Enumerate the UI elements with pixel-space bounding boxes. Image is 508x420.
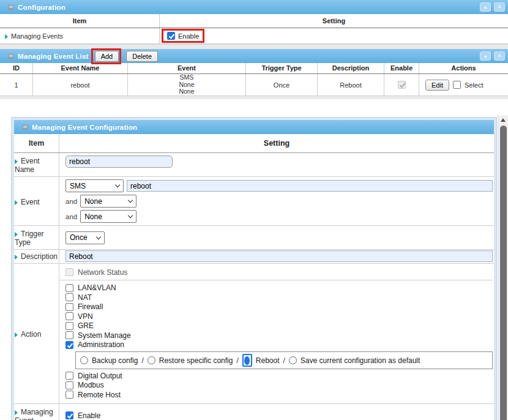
collapse-button[interactable]: ▴ xyxy=(480,2,491,12)
column-header-item: Item xyxy=(14,134,59,152)
scrollbar-thumb[interactable] xyxy=(500,126,507,420)
network-status-label: Network Status xyxy=(78,268,127,277)
network-status-checkbox xyxy=(65,268,73,276)
cell-enable xyxy=(384,74,419,96)
cell-event-name: reboot xyxy=(32,74,127,96)
and-label: and xyxy=(65,213,77,220)
trigger-type-select[interactable]: Once xyxy=(65,231,105,244)
panel-title: Managing Event Configuration xyxy=(32,124,137,131)
separator: / xyxy=(283,356,285,365)
modbus-checkbox[interactable] xyxy=(65,381,73,389)
panel-icon xyxy=(9,5,13,10)
close-button[interactable]: ✕ xyxy=(494,51,505,61)
add-button[interactable]: Add xyxy=(95,51,119,62)
bullet-arrow-icon xyxy=(15,255,18,260)
firewall-checkbox[interactable] xyxy=(65,303,73,311)
event-row: Event SMS reboot and None and None xyxy=(14,177,494,226)
managing-event-configuration-panel: Managing Event Configuration Item Settin… xyxy=(11,117,497,420)
edit-button[interactable]: Edit xyxy=(425,80,449,91)
event-list-panel-header: Managing Event List Add Delete ▴ ✕ xyxy=(0,49,508,63)
lan-vlan-label: LAN&VLAN xyxy=(78,283,116,292)
digital-output-checkbox[interactable] xyxy=(65,372,73,380)
action-label: Action xyxy=(21,330,41,339)
delete-button[interactable]: Delete xyxy=(126,51,158,62)
restore-specific-config-option[interactable]: Restore specific config xyxy=(148,356,233,365)
configuration-table-header: Item Setting xyxy=(0,14,508,28)
bullet-arrow-icon xyxy=(15,232,18,237)
event-line: None xyxy=(179,88,194,96)
vpn-label: VPN xyxy=(78,312,93,321)
event-type-value: SMS xyxy=(70,182,86,190)
enable-label: Enable xyxy=(178,32,199,40)
collapse-icon: ▴ xyxy=(484,53,487,59)
trigger-type-row: Trigger Type Once xyxy=(14,226,494,250)
event-config-table-header: Item Setting xyxy=(14,134,494,153)
event-and-value-1: None xyxy=(84,197,102,206)
modbus-label: Modbus xyxy=(78,381,104,389)
column-header-id: ID xyxy=(0,63,32,73)
table-row: 1 reboot SMS None None Once Reboot Edit … xyxy=(0,74,508,96)
event-type-select[interactable]: SMS xyxy=(65,179,124,192)
save-default-option[interactable]: Save current configuration as default xyxy=(289,356,420,365)
managing-events-enable-checkbox[interactable] xyxy=(167,32,175,40)
bullet-arrow-icon xyxy=(15,200,18,205)
gre-label: GRE xyxy=(78,321,94,330)
event-name-input[interactable]: reboot xyxy=(65,156,173,168)
remote-host-checkbox[interactable] xyxy=(65,391,73,399)
scroll-up-icon xyxy=(501,118,506,122)
vpn-checkbox[interactable] xyxy=(65,312,73,320)
separator: / xyxy=(236,356,238,365)
bullet-arrow-icon xyxy=(15,410,18,415)
radio-selected-icon xyxy=(242,354,252,367)
close-button[interactable]: ✕ xyxy=(494,2,505,12)
column-header-event: Event xyxy=(127,63,245,73)
bullet-arrow-icon xyxy=(15,332,18,337)
lan-vlan-checkbox[interactable] xyxy=(65,284,73,292)
event-text-input[interactable]: reboot xyxy=(127,180,493,192)
trigger-type-label: Trigger Type xyxy=(15,230,44,247)
description-input[interactable]: Reboot xyxy=(65,250,493,262)
column-header-item: Item xyxy=(0,14,159,28)
firewall-label: Firewall xyxy=(78,302,103,311)
event-and-select-1[interactable]: None xyxy=(80,195,136,208)
bullet-arrow-icon xyxy=(15,159,18,164)
managing-event-list-panel: Managing Event List Add Delete ▴ ✕ ID Ev… xyxy=(0,49,508,99)
managing-events-label: Managing Events xyxy=(11,32,63,40)
managing-event-label: Managing Event xyxy=(15,408,53,420)
administration-options-group: Backup config / Restore specific config … xyxy=(75,351,493,369)
gre-checkbox[interactable] xyxy=(65,322,73,330)
nat-checkbox[interactable] xyxy=(65,293,73,301)
panel-footer xyxy=(0,44,508,49)
radio-icon xyxy=(289,356,297,364)
managing-events-row: Managing Events Enable xyxy=(0,28,508,44)
cell-description: Reboot xyxy=(317,74,384,96)
panel-title: Configuration xyxy=(18,4,65,11)
column-header-trigger-type: Trigger Type xyxy=(245,63,317,73)
system-manage-checkbox[interactable] xyxy=(65,331,73,339)
panel-title: Managing Event List xyxy=(18,53,89,60)
bullet-arrow-icon xyxy=(5,34,8,39)
cell-event: SMS None None xyxy=(127,74,245,96)
collapse-button[interactable]: ▴ xyxy=(480,51,491,61)
column-header-setting: Setting xyxy=(159,14,508,28)
scroll-up-button[interactable] xyxy=(498,115,508,125)
event-name-label: Event Name xyxy=(15,157,40,174)
reboot-label: Reboot xyxy=(256,356,280,365)
event-and-select-2[interactable]: None xyxy=(80,210,136,223)
cell-trigger-type: Once xyxy=(245,74,317,96)
panel-icon xyxy=(23,125,28,130)
description-row: Description Reboot xyxy=(14,250,494,264)
divider xyxy=(59,280,493,280)
column-header-enable: Enable xyxy=(384,63,419,73)
vertical-scrollbar xyxy=(498,115,508,420)
administration-checkbox[interactable] xyxy=(65,341,73,349)
column-header-description: Description xyxy=(317,63,384,73)
managing-event-enable-checkbox[interactable] xyxy=(65,411,73,419)
save-default-label: Save current configuration as default xyxy=(301,356,420,365)
backup-config-option[interactable]: Backup config xyxy=(80,356,138,365)
event-list-table-header: ID Event Name Event Trigger Type Descrip… xyxy=(0,63,508,74)
enable-label: Enable xyxy=(78,411,100,420)
chevron-down-icon xyxy=(96,234,101,239)
reboot-option[interactable]: Reboot xyxy=(242,354,280,367)
select-checkbox[interactable] xyxy=(453,81,461,89)
